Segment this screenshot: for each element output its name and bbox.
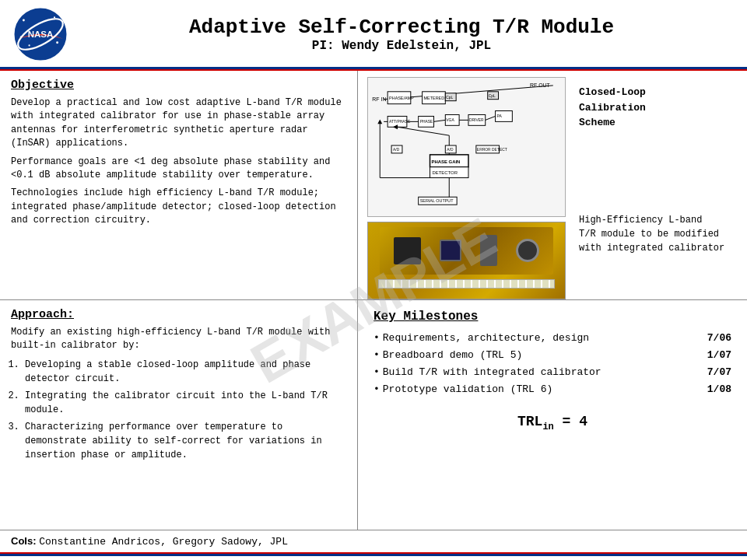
main-content: EXAMPLE Objective Develop a practical an… — [0, 71, 747, 530]
svg-text:PHASE: PHASE — [420, 120, 433, 124]
objective-para-2: Performance goals are <1 deg absolute ph… — [11, 156, 346, 183]
milestone-date-1: 7/06 — [693, 330, 731, 347]
approach-step-3: Characterizing performance over temperat… — [25, 420, 346, 462]
svg-text:ERROR DETECT: ERROR DETECT — [477, 148, 507, 152]
milestone-item-4: Prototype validation (TRL 6) 1/08 — [374, 381, 731, 398]
milestone-label-3: Build T/R with integrated calibrator — [383, 364, 677, 381]
approach-step-1: Developing a stable closed-loop amplitud… — [25, 358, 346, 386]
objective-para-3: Technologies include high efficiency L-b… — [11, 187, 346, 227]
diagram-container: RF IN RF OUT PHASE/AMP METERED PH ATT/PH… — [367, 77, 570, 299]
page-header: NASA Adaptive Self-Correcting T/R Module… — [0, 0, 747, 69]
milestones-heading: Key Milestones — [374, 310, 731, 324]
photo-label: High-Efficiency L-bandT/R module to be m… — [579, 213, 724, 255]
bottom-bar: 04/07 ESTO Earth Science Technology Offi… — [0, 554, 747, 560]
objective-para-1: Develop a practical and low cost adaptiv… — [11, 96, 346, 151]
milestones-list: Requirements, architecture, design 7/06 … — [374, 330, 731, 398]
nasa-logo: NASA — [12, 6, 68, 62]
milestone-item-2: Breadboard demo (TRL 5) 1/07 — [374, 347, 731, 364]
approach-heading: Approach: — [11, 308, 346, 321]
left-column: Objective Develop a practical and low co… — [0, 71, 358, 530]
svg-text:DETECTOR: DETECTOR — [432, 170, 457, 175]
cois-label: CoIs: — [11, 535, 37, 547]
svg-text:PHASE GAIN: PHASE GAIN — [432, 159, 461, 164]
milestone-date-4: 1/08 — [693, 381, 731, 398]
cois-block: CoIs: Constantine Andricos, Gregory Sado… — [11, 535, 288, 548]
milestone-label-2: Breadboard demo (TRL 5) — [383, 347, 677, 364]
page-title: Adaptive Self-Correcting T/R Module — [68, 16, 735, 39]
cois-footer: CoIs: Constantine Andricos, Gregory Sado… — [0, 530, 747, 552]
hardware-photo — [367, 222, 566, 299]
svg-text:PHASE/AMP: PHASE/AMP — [389, 96, 414, 100]
right-column: RF IN RF OUT PHASE/AMP METERED PH ATT/PH… — [358, 71, 747, 530]
cois-value: Constantine Andricos, Gregory Sadowy, JP… — [39, 536, 288, 548]
svg-text:A/D: A/D — [393, 148, 400, 152]
page-subtitle: PI: Wendy Edelstein, JPL — [68, 39, 735, 53]
svg-text:NASA: NASA — [28, 30, 54, 39]
milestones-section: Key Milestones Requirements, architectur… — [358, 300, 747, 530]
diagram-labels: Closed-LoopCalibrationScheme High-Effici… — [579, 77, 724, 255]
svg-text:DRIVER: DRIVER — [469, 118, 484, 122]
objective-heading: Objective — [11, 79, 346, 92]
svg-text:CpL: CpL — [446, 96, 453, 100]
svg-point-2 — [23, 19, 25, 22]
svg-text:PA: PA — [497, 114, 503, 118]
svg-point-3 — [54, 16, 55, 18]
diagram-section: RF IN RF OUT PHASE/AMP METERED PH ATT/PH… — [358, 71, 747, 300]
approach-step-2: Integrating the calibrator circuit into … — [25, 389, 346, 417]
approach-list: Developing a stable closed-loop amplitud… — [11, 358, 346, 462]
milestone-date-3: 7/07 — [693, 364, 731, 381]
svg-text:CpL: CpL — [489, 94, 496, 98]
header-text-block: Adaptive Self-Correcting T/R Module PI: … — [68, 16, 735, 53]
svg-text:SERIAL OUTPUT: SERIAL OUTPUT — [420, 198, 454, 203]
calibration-label: Closed-LoopCalibrationScheme — [579, 85, 724, 131]
milestone-item-3: Build T/R with integrated calibrator 7/0… — [374, 364, 731, 381]
milestone-label-4: Prototype validation (TRL 6) — [383, 381, 677, 398]
approach-intro: Modify an existing high-efficiency L-ban… — [11, 326, 346, 353]
approach-section: Approach: Modify an existing high-effici… — [0, 300, 357, 530]
svg-text:A/D: A/D — [447, 148, 454, 152]
milestone-label-1: Requirements, architecture, design — [383, 330, 677, 347]
objective-section: Objective Develop a practical and low co… — [0, 71, 357, 300]
svg-point-4 — [29, 44, 30, 46]
milestone-item-1: Requirements, architecture, design 7/06 — [374, 330, 731, 347]
svg-text:VGA: VGA — [446, 118, 454, 122]
svg-point-5 — [56, 41, 58, 44]
circuit-diagram: RF IN RF OUT PHASE/AMP METERED PH ATT/PH… — [367, 77, 566, 217]
milestone-date-2: 1/07 — [693, 347, 731, 364]
trl-display: TRLin = 4 — [374, 414, 731, 432]
